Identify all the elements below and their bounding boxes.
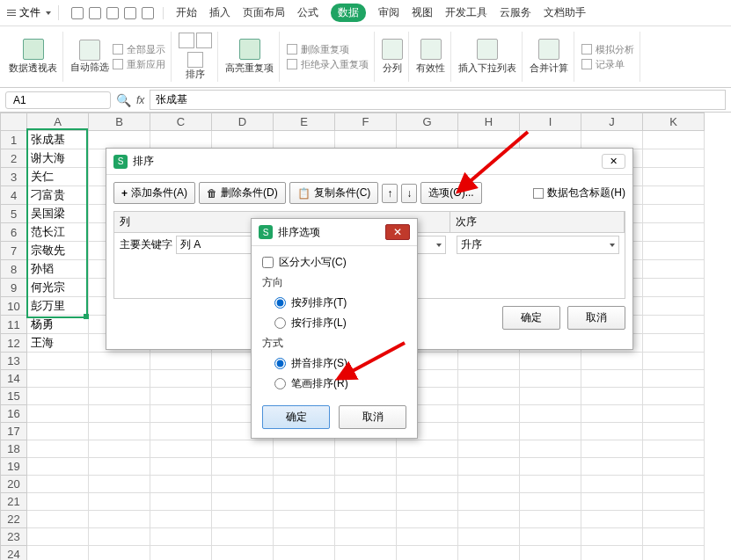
- cell-A14[interactable]: [27, 370, 89, 388]
- bycol-input[interactable]: [274, 297, 286, 309]
- ribbon-highlight[interactable]: 高亮重复项: [220, 32, 280, 82]
- cell-K9[interactable]: [643, 279, 705, 297]
- cell-A21[interactable]: [27, 493, 89, 511]
- copy-cond-btn[interactable]: 📋复制条件(C): [289, 182, 379, 204]
- row-header-13[interactable]: 13: [1, 353, 27, 370]
- cell-C1[interactable]: [150, 131, 212, 149]
- cell-I20[interactable]: [520, 476, 581, 493]
- cell-K3[interactable]: [643, 168, 705, 186]
- cell-K17[interactable]: [643, 423, 705, 440]
- qat-redo-icon[interactable]: [142, 7, 154, 19]
- cell-A1[interactable]: 张成基: [27, 131, 89, 149]
- tab-layout[interactable]: 页面布局: [243, 5, 285, 20]
- cell-G20[interactable]: [397, 476, 458, 493]
- cell-A5[interactable]: 吴国梁: [27, 205, 89, 223]
- cell-A9[interactable]: 何光宗: [27, 279, 89, 297]
- cell-K11[interactable]: [643, 316, 705, 334]
- row-header-5[interactable]: 5: [1, 205, 27, 223]
- cell-E22[interactable]: [274, 511, 335, 528]
- cell-B24[interactable]: [89, 546, 150, 561]
- cell-A7[interactable]: 宗敬先: [27, 242, 89, 260]
- cell-A2[interactable]: 谢大海: [27, 149, 89, 168]
- cell-I15[interactable]: [520, 388, 581, 405]
- cell-K8[interactable]: [643, 260, 705, 279]
- tab-dochelper[interactable]: 文档助手: [544, 5, 586, 20]
- cell-B16[interactable]: [89, 405, 150, 423]
- cell-C18[interactable]: [150, 440, 212, 458]
- cell-B14[interactable]: [89, 370, 150, 388]
- tab-dev[interactable]: 开发工具: [445, 5, 487, 20]
- ribbon-sort[interactable]: 排序: [186, 52, 205, 81]
- cell-J1[interactable]: [581, 131, 643, 149]
- corner-cell[interactable]: [1, 113, 27, 131]
- qat-undo-icon[interactable]: [124, 7, 136, 19]
- cell-K20[interactable]: [643, 476, 705, 493]
- row-header-19[interactable]: 19: [1, 458, 27, 476]
- ribbon-consolidate[interactable]: 合并计算: [524, 32, 574, 82]
- cell-K7[interactable]: [643, 242, 705, 260]
- cell-K12[interactable]: [643, 334, 705, 353]
- row-header-1[interactable]: 1: [1, 131, 27, 149]
- stroke-radio[interactable]: 笔画排序(R): [262, 376, 406, 391]
- sortaz-icon[interactable]: [179, 33, 194, 48]
- cell-I23[interactable]: [520, 528, 581, 546]
- cell-F1[interactable]: [335, 131, 397, 149]
- cell-H23[interactable]: [458, 528, 520, 546]
- cell-E19[interactable]: [274, 458, 335, 476]
- byrow-radio[interactable]: 按行排序(L): [262, 316, 406, 331]
- cell-J15[interactable]: [581, 388, 643, 405]
- cell-J18[interactable]: [581, 440, 643, 458]
- cell-H19[interactable]: [458, 458, 520, 476]
- cell-K15[interactable]: [643, 388, 705, 405]
- row-header-2[interactable]: 2: [1, 149, 27, 168]
- cell-D18[interactable]: [212, 440, 274, 458]
- row-header-3[interactable]: 3: [1, 168, 27, 186]
- sortza-icon[interactable]: [196, 33, 212, 48]
- col-header-A[interactable]: A: [27, 113, 89, 131]
- qat-save-icon[interactable]: [71, 7, 84, 19]
- recform-btn[interactable]: 记录单: [581, 58, 634, 71]
- cell-A19[interactable]: [27, 458, 89, 476]
- case-checkbox[interactable]: [262, 257, 274, 268]
- cell-J17[interactable]: [581, 423, 643, 440]
- cell-J13[interactable]: [581, 353, 643, 370]
- row-header-11[interactable]: 11: [1, 316, 27, 334]
- cell-B23[interactable]: [89, 528, 150, 546]
- cell-A6[interactable]: 范长江: [27, 223, 89, 242]
- cell-I13[interactable]: [520, 353, 581, 370]
- cell-C21[interactable]: [150, 493, 212, 511]
- cell-E1[interactable]: [274, 131, 335, 149]
- cell-I22[interactable]: [520, 511, 581, 528]
- col-header-E[interactable]: E: [274, 113, 335, 131]
- tab-review[interactable]: 审阅: [378, 5, 399, 20]
- name-box[interactable]: A1: [5, 91, 111, 109]
- cell-A13[interactable]: [27, 353, 89, 370]
- cell-G24[interactable]: [397, 546, 458, 561]
- row-header-14[interactable]: 14: [1, 370, 27, 388]
- cell-K4[interactable]: [643, 186, 705, 205]
- ribbon-pivot[interactable]: 数据透视表: [4, 32, 63, 82]
- row-header-10[interactable]: 10: [1, 297, 27, 316]
- file-menu[interactable]: 文件: [7, 5, 59, 20]
- cell-B21[interactable]: [89, 493, 150, 511]
- col-header-I[interactable]: I: [520, 113, 581, 131]
- ribbon-dropdown[interactable]: 插入下拉列表: [453, 32, 523, 82]
- zoom-icon[interactable]: 🔍: [116, 93, 131, 107]
- cell-J21[interactable]: [581, 493, 643, 511]
- cell-A8[interactable]: 孙韬: [27, 260, 89, 279]
- move-down-btn[interactable]: ↓: [401, 184, 417, 203]
- cell-B1[interactable]: [89, 131, 150, 149]
- cell-E23[interactable]: [274, 528, 335, 546]
- cell-K19[interactable]: [643, 458, 705, 476]
- cell-A20[interactable]: [27, 476, 89, 493]
- cell-A23[interactable]: [27, 528, 89, 546]
- row-header-24[interactable]: 24: [1, 546, 27, 561]
- tab-insert[interactable]: 插入: [209, 5, 230, 20]
- cell-B19[interactable]: [89, 458, 150, 476]
- cell-K18[interactable]: [643, 440, 705, 458]
- cell-I1[interactable]: [520, 131, 581, 149]
- show-all-btn[interactable]: 全部显示: [113, 43, 165, 56]
- cell-D20[interactable]: [212, 476, 274, 493]
- fx-label[interactable]: fx: [136, 94, 144, 106]
- cell-H16[interactable]: [458, 405, 520, 423]
